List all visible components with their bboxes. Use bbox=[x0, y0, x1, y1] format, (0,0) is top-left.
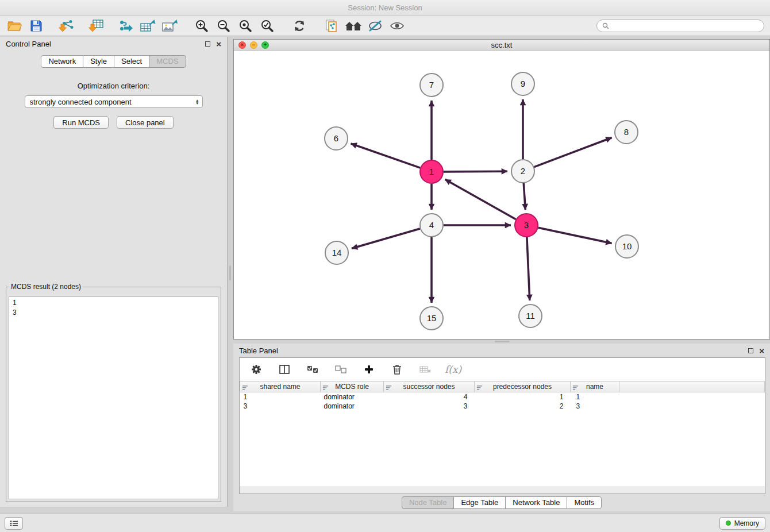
maximize-window-icon[interactable]: + bbox=[261, 41, 269, 49]
criterion-select[interactable]: strongly connected component ▲▼ bbox=[25, 95, 203, 108]
show-columns-button[interactable] bbox=[276, 361, 293, 378]
table-settings-button[interactable] bbox=[248, 361, 265, 378]
run-mcds-button[interactable]: Run MCDS bbox=[53, 116, 109, 129]
eye-icon bbox=[390, 21, 405, 31]
tab-style[interactable]: Style bbox=[83, 55, 114, 68]
show-graphics-button[interactable] bbox=[388, 17, 406, 34]
tab-network-table[interactable]: Network Table bbox=[505, 496, 567, 509]
refresh-layout-button[interactable] bbox=[291, 17, 308, 34]
graph-node-label: 10 bbox=[622, 241, 632, 251]
import-network-button[interactable] bbox=[57, 17, 75, 34]
column-header-successor-nodes[interactable]: successor nodes bbox=[384, 381, 475, 392]
open-session-button[interactable] bbox=[6, 17, 23, 34]
column-header-predecessor-nodes[interactable]: predecessor nodes bbox=[475, 381, 571, 392]
graph-node-10[interactable]: 10 bbox=[615, 235, 638, 258]
table-panel: Table Panel × bbox=[233, 344, 770, 511]
tab-edge-table[interactable]: Edge Table bbox=[453, 496, 506, 509]
close-table-panel-icon[interactable]: × bbox=[759, 346, 764, 355]
split-panel-icon bbox=[279, 365, 290, 374]
export-image-button[interactable] bbox=[161, 17, 178, 34]
deselect-all-button[interactable] bbox=[332, 361, 349, 378]
graph-edge-2-3[interactable] bbox=[523, 183, 525, 210]
graph-node-2[interactable]: 2 bbox=[511, 160, 534, 183]
zoom-selected-icon bbox=[260, 19, 274, 33]
close-window-icon[interactable]: × bbox=[238, 41, 246, 49]
table-panel-title: Table Panel bbox=[239, 346, 278, 355]
close-panel-button[interactable]: Close panel bbox=[117, 116, 174, 129]
network-canvas[interactable]: 7968124314101511 bbox=[234, 51, 769, 339]
add-column-button[interactable] bbox=[360, 361, 378, 378]
graph-node-11[interactable]: 11 bbox=[519, 304, 542, 327]
graph-node-6[interactable]: 6 bbox=[325, 127, 348, 150]
table-horizontal-scrollbar[interactable] bbox=[240, 487, 765, 494]
horizontal-splitter[interactable] bbox=[233, 340, 770, 344]
zoom-out-button[interactable] bbox=[215, 17, 232, 34]
first-neighbors-button[interactable] bbox=[345, 17, 362, 34]
minimize-window-icon[interactable]: − bbox=[250, 41, 257, 49]
node-table: shared name MCDS role successor nodes pr… bbox=[240, 381, 765, 411]
table-row[interactable]: 1 dominator 4 1 1 bbox=[240, 392, 765, 402]
export-network-icon bbox=[118, 19, 133, 33]
export-network-button[interactable] bbox=[117, 17, 134, 34]
zoom-out-icon bbox=[217, 19, 230, 33]
export-table-icon bbox=[140, 19, 156, 33]
vertical-splitter[interactable] bbox=[228, 37, 233, 507]
graph-edge-3-10[interactable] bbox=[538, 228, 612, 243]
export-table-button[interactable] bbox=[139, 17, 156, 34]
memory-button[interactable]: Memory bbox=[719, 517, 765, 530]
zoom-in-button[interactable] bbox=[193, 17, 210, 34]
graph-node-label: 15 bbox=[427, 313, 437, 323]
column-header-mcds-role[interactable]: MCDS role bbox=[321, 381, 384, 392]
column-header-name[interactable]: name bbox=[571, 381, 619, 392]
graph-edge-2-8[interactable] bbox=[534, 138, 612, 167]
tab-mcds[interactable]: MCDS bbox=[149, 55, 186, 68]
table-toolbar: f(x) bbox=[240, 358, 765, 381]
graph-node-8[interactable]: 8 bbox=[615, 121, 638, 144]
mcds-result-title: MCDS result (2 nodes) bbox=[9, 283, 83, 291]
graph-node-9[interactable]: 9 bbox=[511, 72, 534, 95]
graph-edge-3-11[interactable] bbox=[527, 237, 530, 300]
import-table-button[interactable] bbox=[87, 17, 105, 34]
graph-node-15[interactable]: 15 bbox=[420, 307, 443, 330]
criterion-selected-value: strongly connected component bbox=[30, 98, 132, 106]
column-header-shared-name[interactable]: shared name bbox=[240, 381, 321, 392]
tab-network[interactable]: Network bbox=[41, 55, 83, 68]
delete-table-button[interactable] bbox=[417, 361, 434, 378]
close-panel-icon[interactable]: × bbox=[216, 40, 221, 48]
float-panel-icon[interactable] bbox=[205, 41, 210, 47]
zoom-selected-button[interactable] bbox=[259, 17, 276, 34]
tab-select[interactable]: Select bbox=[114, 55, 149, 68]
graph-node-1[interactable]: 1 bbox=[420, 160, 443, 183]
graph-edge-1-6[interactable] bbox=[351, 144, 421, 168]
table-row[interactable]: 3 dominator 3 2 3 bbox=[240, 402, 765, 411]
gear-icon bbox=[251, 364, 261, 375]
graph-node-7[interactable]: 7 bbox=[420, 74, 443, 97]
graph-edge-3-1[interactable] bbox=[445, 179, 516, 219]
graph-edge-1-2[interactable] bbox=[444, 171, 507, 172]
function-builder-button[interactable]: f(x) bbox=[445, 364, 461, 375]
graph-edge-4-14[interactable] bbox=[352, 229, 420, 249]
delete-column-button[interactable] bbox=[388, 361, 406, 378]
graph-node-label: 6 bbox=[334, 133, 338, 143]
control-panel-title: Control Panel bbox=[6, 40, 51, 48]
graph-node-3[interactable]: 3 bbox=[515, 214, 538, 237]
select-all-button[interactable] bbox=[304, 361, 321, 378]
search-input[interactable] bbox=[613, 21, 759, 30]
tab-motifs[interactable]: Motifs bbox=[567, 496, 602, 509]
search-field[interactable] bbox=[596, 20, 764, 32]
float-table-panel-icon[interactable] bbox=[748, 348, 753, 353]
zoom-fit-button[interactable] bbox=[237, 17, 254, 34]
show-panels-button[interactable] bbox=[5, 517, 23, 530]
tab-node-table[interactable]: Node Table bbox=[402, 496, 455, 509]
graph-node-label: 11 bbox=[526, 311, 535, 321]
style-wizard-button[interactable] bbox=[367, 17, 384, 34]
table-bottom-tabs: Node Table Edge Table Network Table Moti… bbox=[233, 496, 770, 509]
graph-node-4[interactable]: 4 bbox=[420, 214, 443, 237]
open-folder-icon bbox=[7, 20, 22, 32]
zoom-fit-icon bbox=[238, 19, 252, 33]
mcds-result-list[interactable]: 1 3 bbox=[9, 296, 218, 499]
graph-node-14[interactable]: 14 bbox=[325, 241, 348, 264]
copy-style-button[interactable] bbox=[323, 17, 340, 34]
save-session-button[interactable] bbox=[28, 17, 45, 34]
houses-icon bbox=[345, 20, 362, 32]
